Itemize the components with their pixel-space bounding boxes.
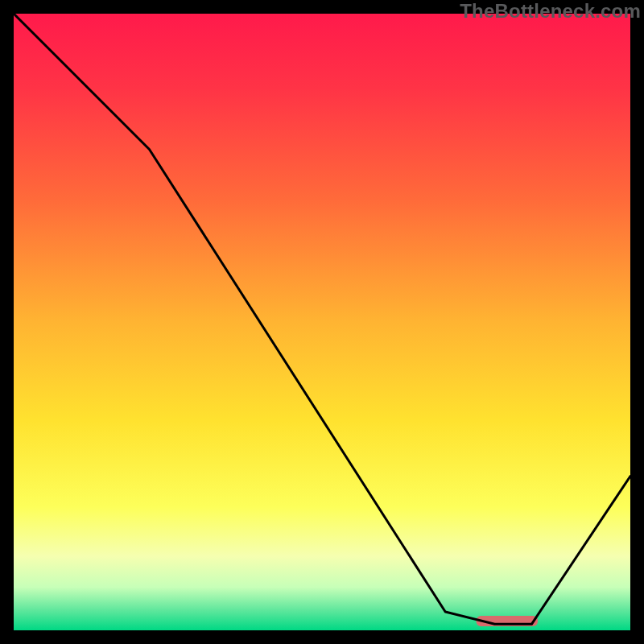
plot-area	[14, 14, 630, 630]
watermark-text: TheBottleneck.com	[460, 0, 641, 23]
chart-frame: TheBottleneck.com	[0, 0, 644, 644]
chart-svg	[14, 14, 630, 630]
